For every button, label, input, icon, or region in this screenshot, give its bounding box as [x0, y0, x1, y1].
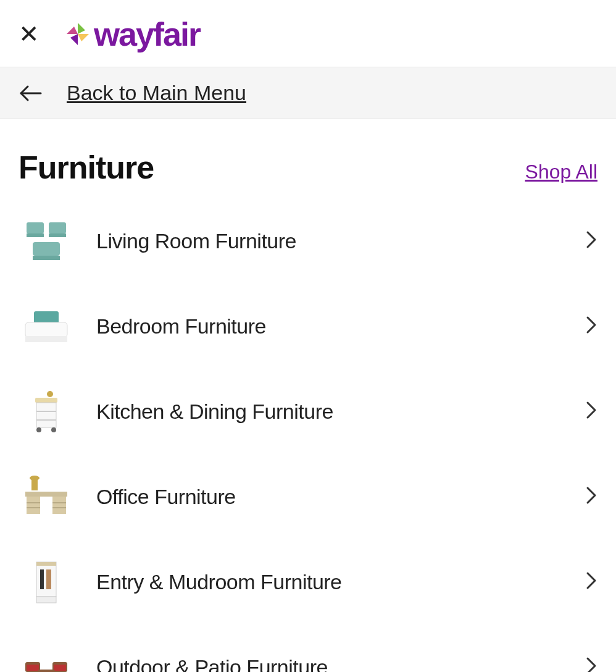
desk-icon — [19, 469, 74, 524]
category-kitchen-dining[interactable]: Kitchen & Dining Furniture — [19, 369, 597, 454]
chevron-right-icon — [585, 400, 597, 422]
bed-icon — [19, 298, 74, 354]
svg-rect-11 — [34, 311, 59, 324]
chevron-right-icon — [585, 656, 597, 672]
arrow-left-icon — [19, 84, 42, 103]
brand-pinwheel-icon — [64, 20, 91, 48]
sofa-chairs-icon — [19, 213, 74, 269]
patio-set-icon — [19, 639, 74, 672]
category-label: Living Room Furniture — [96, 229, 578, 253]
brand-name: wayfair — [94, 15, 200, 53]
category-label: Entry & Mudroom Furniture — [96, 570, 578, 594]
kitchen-cart-icon — [19, 384, 74, 439]
category-label: Bedroom Furniture — [96, 314, 578, 338]
svg-rect-31 — [36, 562, 56, 566]
svg-rect-14 — [35, 398, 57, 403]
svg-rect-36 — [27, 665, 39, 671]
svg-rect-10 — [33, 256, 60, 260]
svg-rect-34 — [46, 569, 51, 589]
category-bedroom[interactable]: Bedroom Furniture — [19, 284, 597, 369]
svg-marker-2 — [70, 34, 78, 45]
svg-rect-21 — [25, 492, 67, 497]
hall-tree-icon — [19, 554, 74, 610]
category-living-room[interactable]: Living Room Furniture — [19, 198, 597, 284]
svg-rect-13 — [25, 336, 67, 342]
svg-rect-15 — [36, 403, 56, 427]
svg-rect-22 — [27, 497, 40, 514]
svg-marker-1 — [78, 34, 89, 41]
svg-marker-0 — [78, 23, 85, 34]
category-label: Kitchen & Dining Furniture — [96, 400, 578, 424]
svg-rect-7 — [49, 222, 66, 233]
svg-point-20 — [47, 391, 53, 397]
category-list: Living Room Furniture Bedroom Furniture — [0, 198, 616, 672]
chevron-right-icon — [585, 485, 597, 508]
chevron-right-icon — [585, 230, 597, 252]
svg-rect-33 — [40, 569, 44, 589]
close-icon[interactable]: ✕ — [19, 22, 40, 46]
category-label: Outdoor & Patio Furniture — [96, 655, 578, 673]
back-to-main-menu[interactable]: Back to Main Menu — [0, 67, 616, 119]
header: ✕ wayfair — [0, 0, 616, 67]
back-label: Back to Main Menu — [67, 81, 246, 105]
svg-marker-3 — [67, 27, 78, 34]
svg-rect-23 — [52, 497, 66, 514]
svg-rect-9 — [33, 242, 60, 256]
chevron-right-icon — [585, 315, 597, 337]
svg-rect-32 — [36, 597, 56, 603]
svg-rect-28 — [31, 479, 38, 490]
svg-rect-6 — [27, 233, 44, 237]
category-label: Office Furniture — [96, 485, 578, 509]
svg-rect-39 — [38, 670, 55, 672]
page-title: Furniture — [19, 149, 154, 186]
category-office[interactable]: Office Furniture — [19, 454, 597, 539]
svg-rect-12 — [25, 322, 67, 337]
category-entry-mudroom[interactable]: Entry & Mudroom Furniture — [19, 539, 597, 624]
svg-point-29 — [30, 476, 40, 481]
title-row: Furniture Shop All — [0, 119, 616, 198]
svg-point-18 — [36, 427, 41, 432]
svg-rect-5 — [27, 222, 44, 233]
svg-point-19 — [51, 427, 56, 432]
category-outdoor-patio[interactable]: Outdoor & Patio Furniture — [19, 624, 597, 672]
chevron-right-icon — [585, 571, 597, 593]
svg-rect-38 — [54, 665, 66, 671]
svg-rect-8 — [49, 233, 66, 237]
shop-all-link[interactable]: Shop All — [525, 161, 597, 183]
brand-logo[interactable]: wayfair — [64, 15, 200, 53]
